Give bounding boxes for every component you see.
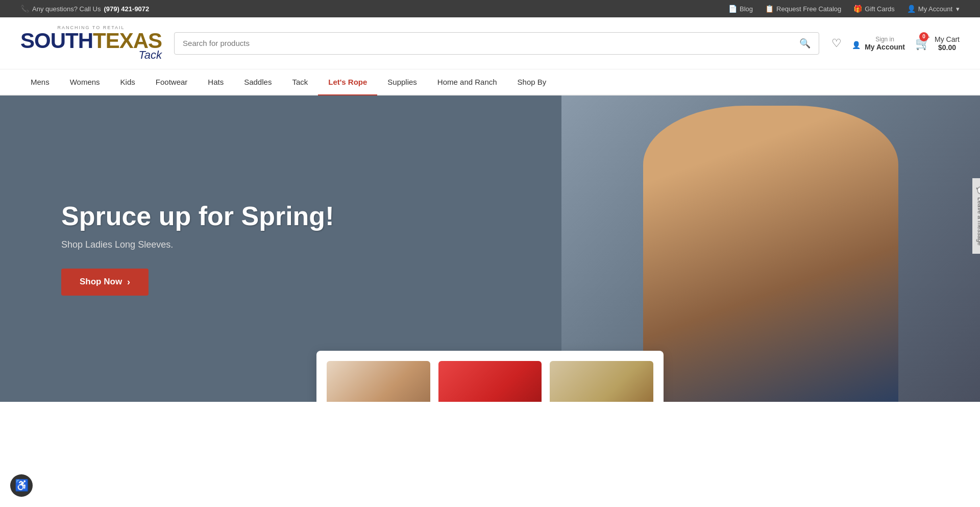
leave-message-label: Leave a message (976, 197, 980, 246)
product-thumbnail-row (316, 351, 664, 402)
account-button[interactable]: Sign in My Account (852, 36, 905, 51)
leave-message-tab[interactable]: 💬 Leave a message (972, 178, 980, 254)
top-bar-right: Blog Request Free Catalog Gift Cards My … (728, 5, 960, 13)
phone-icon (20, 5, 29, 13)
header: RANCHING TO RETAIL SOUTHTEXAS Tack Sign … (0, 17, 980, 69)
top-bar-left: Any questions? Call Us (979) 421-9072 (20, 5, 149, 13)
search-button[interactable] (799, 38, 811, 49)
hero-model-figure (643, 106, 898, 402)
nav-item-home-and-ranch[interactable]: Home and Ranch (427, 69, 507, 95)
catalog-icon (765, 5, 774, 13)
header-right: Sign in My Account 0 My Cart $0.00 (831, 35, 960, 52)
product-thumb-3[interactable] (550, 361, 653, 402)
person-icon (907, 5, 916, 13)
wishlist-button[interactable] (831, 37, 842, 50)
hero-title: Spruce up for Spring! (61, 202, 334, 231)
nav-item-mens[interactable]: Mens (20, 69, 60, 95)
cart-price: $0.00 (935, 43, 960, 52)
leave-message-icon: 💬 (976, 186, 980, 194)
nav-item-hats[interactable]: Hats (198, 69, 234, 95)
cart-labels: My Cart $0.00 (935, 35, 960, 52)
myaccount-label: My Account (865, 43, 905, 51)
phone-link[interactable]: (979) 421-9072 (104, 5, 149, 13)
blog-icon (728, 5, 737, 13)
account-person-icon (852, 36, 861, 51)
cart-label: My Cart (935, 35, 960, 43)
myaccount-topbar-link[interactable]: My Account ▾ (907, 5, 960, 13)
main-nav: MensWomensKidsFootwearHatsSaddlesTackLet… (0, 69, 980, 95)
chevron-right-icon (127, 277, 130, 287)
gift-icon (853, 5, 862, 13)
heart-icon (831, 37, 842, 50)
nav-item-kids[interactable]: Kids (110, 69, 145, 95)
nav-item-shop-by[interactable]: Shop By (507, 69, 557, 95)
blog-link[interactable]: Blog (728, 5, 753, 13)
search-bar[interactable] (174, 32, 819, 55)
hero-subtitle: Shop Ladies Long Sleeves. (61, 239, 334, 250)
cart-badge: 0 (919, 32, 928, 41)
cart-button[interactable]: 0 My Cart $0.00 (915, 35, 960, 52)
phone-text: Any questions? Call Us (32, 5, 101, 13)
nav-item-let's-rope[interactable]: Let's Rope (318, 69, 377, 95)
cart-icon-wrap: 0 (915, 36, 930, 51)
product-thumb-2[interactable] (438, 361, 542, 402)
product-thumb-1[interactable] (327, 361, 430, 402)
account-labels: Sign in My Account (865, 36, 905, 51)
hero-section: Spruce up for Spring! Shop Ladies Long S… (0, 95, 980, 402)
nav-item-footwear[interactable]: Footwear (145, 69, 198, 95)
shop-now-label: Shop Now (80, 277, 122, 287)
shop-now-button[interactable]: Shop Now (61, 269, 149, 296)
nav-item-tack[interactable]: Tack (282, 69, 318, 95)
giftcards-link[interactable]: Gift Cards (853, 5, 895, 13)
signin-label: Sign in (865, 36, 905, 43)
search-icon (799, 38, 811, 49)
logo-tack: Tack (20, 50, 162, 61)
nav-item-saddles[interactable]: Saddles (234, 69, 282, 95)
logo[interactable]: RANCHING TO RETAIL SOUTHTEXAS Tack (20, 26, 162, 61)
nav-item-supplies[interactable]: Supplies (377, 69, 427, 95)
top-bar: Any questions? Call Us (979) 421-9072 Bl… (0, 0, 980, 17)
catalog-link[interactable]: Request Free Catalog (765, 5, 841, 13)
search-input[interactable] (183, 39, 799, 47)
hero-content: Spruce up for Spring! Shop Ladies Long S… (0, 202, 395, 295)
nav-item-womens[interactable]: Womens (60, 69, 110, 95)
